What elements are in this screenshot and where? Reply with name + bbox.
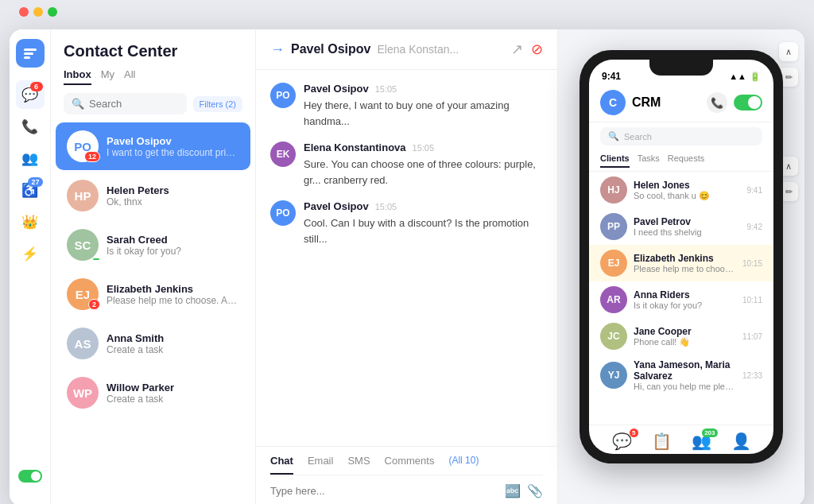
list-item[interactable]: SC Sarah Creed Is it okay for you? [56,221,250,269]
search-input[interactable] [89,98,179,110]
contact-name: Elizabeth Jenkins [107,283,239,295]
contact-info: Pavel Osipov I want to get the discount … [107,135,239,158]
contacts-header: Contact Center Inbox My All 🔍 Filters (2… [51,29,255,121]
chat-header-actions: ↗ ⊘ [511,41,543,58]
phone-mockup: 9:41 ▲▲ 🔋 C CRM 📞 🔍 [579,50,783,463]
phone-bottom-icon-1[interactable]: 📋 [652,432,672,451]
contact-name: Sarah Creed [107,234,239,246]
tab-all[interactable]: All [124,68,135,85]
nav-filter-icon[interactable]: ⚡ [16,239,45,268]
contact-preview: Is it okay for you? [107,246,239,257]
chat-panel: → Pavel Osipov Elena Konstan... ↗ ⊘ PO P… [256,29,558,504]
traffic-light-green[interactable] [48,7,57,17]
phone-contact-time: 10:11 [742,296,762,304]
list-item[interactable]: PO 12 Pavel Osipov I want to get the dis… [56,122,250,170]
phone-header-toggle[interactable] [734,95,762,110]
phone-contact-name: Yana Jameson, Maria Salvarez [634,359,736,382]
phone-call-button[interactable]: 📞 [707,92,727,113]
phone-bottom-badge: 203 [702,428,717,437]
contact-name: Willow Parker [107,382,239,394]
phone-contact-info: Elizabeth Jenkins Please help me to choo… [634,253,736,273]
avatar-wrap: PO 12 [67,130,99,162]
message-row: PO Pavel Osipov 15:05 Hey there, I want … [270,83,543,129]
phone-contact-time: 12:33 [742,371,762,380]
filter-button[interactable]: Filters (2) [193,96,242,112]
traffic-light-red[interactable] [19,7,29,17]
chat-tabs: ChatEmailSMSComments(All 10) [270,447,543,475]
phone-contact-time: 9:41 [747,186,762,195]
phone-contact-time: 11:07 [742,332,762,341]
phone-list-item[interactable]: AR Anna Riders Is it okay for you? 10:11 [589,281,773,318]
nav-accessibility-icon[interactable]: ♿ 27 [16,176,45,204]
phone-contact-preview: Phone call! 👋 [634,337,736,347]
collapse-top-btn[interactable]: ∧ [779,42,798,61]
forward-icon[interactable]: ↗ [511,41,523,58]
contact-preview: I want to get the discount price. When d… [107,147,239,158]
phone-contact-time: 9:42 [747,223,762,231]
phone-contact-name: Jane Cooper [634,326,736,337]
message-meta: Pavel Osipov 15:05 [304,200,543,212]
search-icon: 🔍 [72,98,84,110]
phone-contact-info: Pavel Petrov I need ths shelvig [634,216,741,237]
avatar-wrap: EJ 2 [67,278,99,310]
phone-bottom-bar: 💬5📋👥203👤 [589,425,773,454]
contact-preview: Please help me to choose. And do you del… [107,295,239,306]
avatar: HP [67,180,99,211]
chat-tab-email[interactable]: Email [308,455,334,475]
nav-phone-icon[interactable]: 📞 [16,112,45,141]
phone-list-item[interactable]: JC Jane Cooper Phone call! 👋 11:07 [589,318,773,355]
phone-list-item[interactable]: PP Pavel Petrov I need ths shelvig 9:42 [589,208,773,245]
chat-input[interactable] [270,485,498,497]
contact-badge-online [92,258,100,261]
message-sender: Pavel Osipov [304,83,369,95]
contact-badge: 12 [84,151,100,162]
phone-list-item[interactable]: YJ Yana Jameson, Maria Salvarez Hi, can … [589,355,773,396]
phone-bottom-icon-3[interactable]: 👤 [731,432,751,451]
list-item[interactable]: WP Willow Parker Create a task [56,369,250,417]
chat-tab-chat[interactable]: Chat [270,455,293,475]
nav-crown-icon[interactable]: 👑 [16,207,45,236]
phone-header-avatar: C [600,90,626,115]
message-sender: Pavel Osipov [304,200,369,212]
phone-tab-requests[interactable]: Requests [668,153,704,168]
phone-contact-info: Anna Riders Is it okay for you? [634,289,736,310]
list-item[interactable]: AS Anna Smith Create a task [56,320,250,367]
list-item[interactable]: EJ 2 Elizabeth Jenkins Please help me to… [56,270,250,318]
phone-contacts: HJ Helen Jones So cool, thank u 😊 9:41 P… [589,172,773,425]
phone-search-placeholder: Search [624,132,652,142]
phone-avatar: JC [600,323,627,350]
tab-inbox[interactable]: Inbox [64,68,91,85]
phone-contact-preview: Is it okay for you? [634,300,736,310]
chat-tab-comments[interactable]: Comments [385,455,435,475]
phone-contact-name: Pavel Petrov [634,216,741,227]
list-item[interactable]: HP Helen Peters Ok, thnx [56,172,250,219]
message-meta: Pavel Osipov 15:05 [304,83,543,95]
attachment-icon[interactable]: 📎 [527,483,543,498]
phone-bottom-icon-0[interactable]: 💬5 [612,432,632,451]
translate-icon[interactable]: 🔤 [505,483,521,498]
message-avatar: PO [270,83,296,108]
phone-tab-clients[interactable]: Clients [600,153,630,168]
contacts-list: PO 12 Pavel Osipov I want to get the dis… [51,121,255,504]
phone-avatar: YJ [600,362,627,389]
phone-list-item[interactable]: HJ Helen Jones So cool, thank u 😊 9:41 [589,172,773,208]
contact-preview: Ok, thnx [107,196,239,207]
phone-list-item[interactable]: EJ Elizabeth Jenkins Please help me to c… [589,245,773,281]
contact-name: Helen Peters [107,184,239,196]
tab-my[interactable]: My [101,68,114,85]
nav-chat-icon[interactable]: 💬 6 [16,80,45,109]
phone-tab-tasks[interactable]: Tasks [638,153,660,168]
message-sender: Elena Konstantinova [304,142,406,153]
phone-search-inner[interactable]: 🔍 Search [600,127,762,145]
nav-users-icon[interactable]: 👥 [16,144,45,173]
contact-info: Elizabeth Jenkins Please help me to choo… [107,283,239,306]
chat-tab-sms[interactable]: SMS [347,455,370,475]
nav-toggle-icon[interactable] [16,462,45,490]
chat-header: → Pavel Osipov Elena Konstan... ↗ ⊘ [256,29,557,70]
block-icon[interactable]: ⊘ [531,41,543,58]
chat-footer: ChatEmailSMSComments(All 10) 🔤 📎 [256,446,557,504]
avatar-wrap: HP [67,180,99,211]
phone-bottom-icon-2[interactable]: 👥203 [692,432,711,451]
traffic-light-yellow[interactable] [33,7,43,17]
avatar: SC [67,229,99,261]
